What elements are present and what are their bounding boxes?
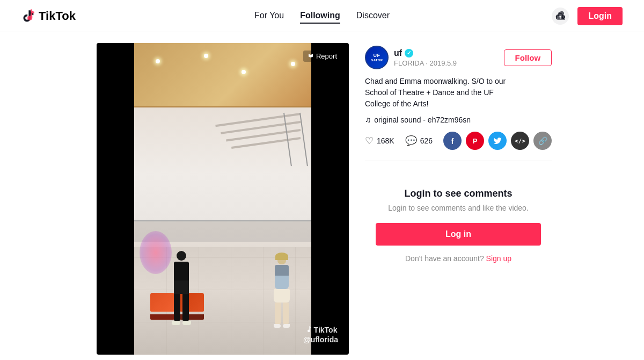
chair-1 [150, 293, 174, 312]
share-embed-button[interactable]: </> [511, 132, 529, 150]
foot-l [172, 321, 180, 325]
heart-icon: ♡ [365, 135, 374, 147]
share-pinterest-button[interactable]: P [466, 132, 484, 150]
foot-r [182, 321, 191, 325]
person-male-feet [172, 321, 191, 325]
login-comment-subtitle: Login to see comments and like the video… [376, 204, 541, 212]
share-facebook-button[interactable]: f [443, 132, 462, 150]
hair [275, 253, 288, 260]
nav-discover[interactable]: Discover [356, 9, 390, 24]
user-row: UF GATOR uf ✓ FLORIDA · 2019.5.9 Follow [365, 46, 552, 69]
right-panel: UF GATOR uf ✓ FLORIDA · 2019.5.9 Follow … [365, 43, 552, 349]
cloud-upload-icon [555, 11, 566, 21]
person-male-body [174, 262, 189, 294]
leg-fl [275, 303, 281, 324]
upload-button[interactable] [552, 8, 569, 25]
report-label: Report [316, 52, 337, 60]
comments-stat: 💬 626 [405, 135, 433, 147]
ceiling-light-4 [241, 70, 246, 74]
likes-stat: ♡ 168K [365, 135, 394, 147]
leg-l [174, 294, 180, 321]
login-comment-section: Login to see comments Login to see comme… [365, 172, 552, 279]
share-row: f P </> 🔗 [443, 132, 552, 150]
main-content: Report TikTok @uflorida UF GATOR [0, 32, 644, 360]
flag-icon [308, 53, 314, 60]
watermark-brand: TikTok [314, 326, 338, 334]
watermark-tiktok-icon [304, 326, 312, 334]
user-info: uf ✓ FLORIDA · 2019.5.9 [394, 48, 504, 67]
watermark-logo: TikTok [304, 326, 338, 334]
staircase-area [215, 113, 301, 199]
verified-badge: ✓ [405, 49, 413, 57]
person-female-feet [274, 324, 290, 328]
foot-fr [283, 324, 290, 328]
watermark-handle: @uflorida [303, 335, 338, 344]
video-side-blur-left [97, 43, 134, 355]
divider [365, 161, 552, 161]
follow-button[interactable]: Follow [504, 49, 552, 66]
avatar-line2: GATOR [371, 59, 383, 62]
ceiling [134, 43, 311, 107]
login-button[interactable]: Login [577, 7, 623, 25]
twitter-bird-icon [493, 136, 502, 145]
video-side-blur-right [311, 43, 349, 355]
leg-fr [283, 303, 289, 324]
sound-name[interactable]: original sound - eh72zm96sn [374, 116, 471, 124]
share-twitter-button[interactable] [488, 132, 507, 150]
video-center-scene [134, 43, 311, 355]
user-name-row: uf ✓ [394, 48, 504, 58]
ceiling-light-3 [291, 62, 295, 66]
person-female-legs [275, 303, 289, 324]
avatar-line1: UF [371, 53, 383, 59]
share-link-button[interactable]: 🔗 [533, 132, 552, 150]
login-comment-title: Login to see comments [376, 188, 541, 199]
comment-icon: 💬 [405, 135, 417, 147]
ceiling-light-1 [156, 59, 160, 63]
music-icon: ♫ [365, 115, 371, 124]
foot-fl [274, 324, 281, 328]
comments-count: 626 [420, 136, 433, 145]
user-avatar[interactable]: UF GATOR [365, 46, 389, 69]
signup-prompt: Don't have an account? [405, 254, 484, 263]
floor [134, 247, 311, 355]
person-male-legs [174, 294, 189, 321]
video-scene: Report TikTok @uflorida [97, 43, 349, 355]
video-player[interactable]: Report TikTok @uflorida [97, 43, 349, 355]
tiktok-logo-icon [21, 9, 35, 23]
back-wall [134, 107, 311, 242]
main-nav: For You Following Discover [254, 9, 390, 24]
railing-1 [299, 113, 308, 166]
chair-leg-1 [150, 314, 174, 320]
signup-link[interactable]: Sign up [486, 254, 511, 263]
video-description: Chad and Emma moonwalking. S/O to our Sc… [365, 76, 521, 110]
purple-light-effect [140, 231, 172, 274]
username[interactable]: uf [394, 48, 402, 58]
logo[interactable]: TikTok [21, 9, 76, 23]
person-male-head [177, 251, 186, 261]
logo-text: TikTok [39, 9, 76, 23]
skirt [274, 289, 290, 303]
signup-row: Don't have an account? Sign up [376, 254, 541, 263]
jacket [275, 265, 289, 276]
header-right: Login [552, 7, 623, 25]
nav-for-you[interactable]: For You [254, 9, 284, 24]
header: TikTok For You Following Discover Login [0, 0, 644, 32]
sound-row: ♫ original sound - eh72zm96sn [365, 115, 552, 124]
nav-following[interactable]: Following [300, 9, 340, 24]
log-in-button[interactable]: Log in [376, 223, 541, 246]
video-watermark: TikTok @uflorida [303, 326, 338, 344]
person-female-head [277, 256, 286, 264]
ceiling-light-2 [204, 54, 208, 58]
likes-count: 168K [377, 136, 394, 145]
person-male-shirt [174, 262, 189, 280]
avatar-text: UF GATOR [371, 53, 383, 62]
person-female-body [275, 265, 289, 289]
user-sub: FLORIDA · 2019.5.9 [394, 59, 504, 67]
report-button[interactable]: Report [303, 51, 341, 62]
stats-row: ♡ 168K 💬 626 f P </> 🔗 [365, 132, 552, 150]
leg-r [182, 294, 189, 321]
person-male [172, 251, 191, 325]
person-female [274, 256, 290, 328]
